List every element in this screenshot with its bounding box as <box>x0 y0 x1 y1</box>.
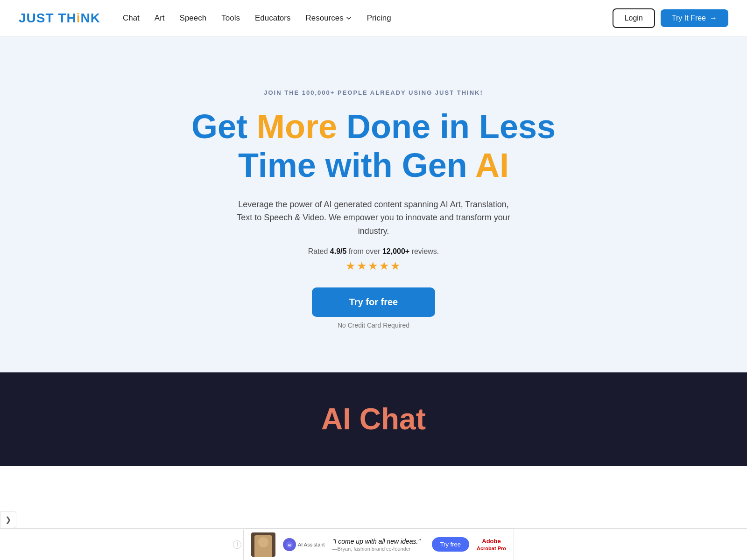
hero-heading: Get More Done in Less Time with Gen AI <box>191 107 556 185</box>
ad-banner: i AI AI Assistant "I come up with all ne… <box>0 528 747 560</box>
ad-avatar <box>251 532 275 557</box>
ad-inner: AI AI Assistant "I come up with all new … <box>243 528 514 560</box>
hero-heading-get: Get <box>191 108 257 145</box>
logo-i: i <box>77 11 81 25</box>
svg-text:AI: AI <box>288 543 291 547</box>
hero-rating: Rated 4.9/5 from over 12,000+ reviews. <box>308 247 439 256</box>
ad-brand-product: Acrobat Pro <box>477 546 506 551</box>
nav-link-art[interactable]: Art <box>155 14 165 23</box>
nav-actions: Login Try It Free → <box>613 8 728 28</box>
nav-link-speech[interactable]: Speech <box>180 14 207 23</box>
ad-quote-text: "I come up with all new ideas." <box>332 538 424 545</box>
nav-link-pricing[interactable]: Pricing <box>367 14 391 23</box>
navbar: JUST THiNK Chat Art Speech Tools Educato… <box>0 0 747 36</box>
hero-subtext: Leverage the power of AI generated conte… <box>233 198 514 238</box>
hero-rating-count: 12,000+ <box>382 247 409 255</box>
hero-eyebrow: JOIN THE 100,000+ PEOPLE ALREADY USING J… <box>264 89 483 96</box>
hero-rating-value: 4.9/5 <box>330 247 347 255</box>
try-it-free-button[interactable]: Try It Free → <box>661 9 728 27</box>
hero-heading-time: Time with Gen <box>238 147 475 184</box>
hero-heading-ai: AI <box>475 147 509 184</box>
dark-section: AI Chat <box>0 372 747 466</box>
ad-badge-label: AI Assistant <box>298 542 324 547</box>
nav-link-tools[interactable]: Tools <box>221 14 240 23</box>
chevron-down-icon <box>345 15 352 21</box>
hero-stars: ★★★★★ <box>345 259 402 273</box>
hero-section: JOIN THE 100,000+ PEOPLE ALREADY USING J… <box>0 36 747 372</box>
ad-quote-area: "I come up with all new ideas." —Bryan, … <box>332 538 424 552</box>
hero-heading-more: More <box>257 108 337 145</box>
ad-try-button[interactable]: Try free <box>432 537 469 552</box>
hero-heading-done: Done in Less <box>337 108 556 145</box>
ad-badge-area: AI AI Assistant <box>283 538 324 551</box>
arrow-right-icon: → <box>710 14 717 22</box>
nav-link-chat[interactable]: Chat <box>123 14 140 23</box>
dark-section-title: AI Chat <box>321 402 426 436</box>
nav-link-educators[interactable]: Educators <box>255 14 291 23</box>
collapse-button[interactable]: ❯ <box>0 511 16 528</box>
ad-brand-name: Adobe <box>482 538 500 545</box>
nav-link-resources[interactable]: Resources <box>305 14 352 23</box>
try-for-free-button[interactable]: Try for free <box>312 287 435 317</box>
logo[interactable]: JUST THiNK <box>19 11 100 26</box>
ai-assistant-icon: AI <box>286 541 293 548</box>
ad-info-icon: i <box>233 540 241 549</box>
login-button[interactable]: Login <box>613 8 655 28</box>
ad-attribution: —Bryan, fashion brand co-founder <box>332 546 424 552</box>
ad-badge-circle: AI <box>283 538 296 551</box>
no-credit-card-text: No Credit Card Required <box>338 322 409 329</box>
nav-links: Chat Art Speech Tools Educators Resource… <box>123 14 613 23</box>
ad-logo-area: Adobe Acrobat Pro <box>477 538 506 551</box>
chevron-down-icon: ❯ <box>5 516 11 524</box>
logo-text-just: JUST THiNK <box>19 11 100 25</box>
